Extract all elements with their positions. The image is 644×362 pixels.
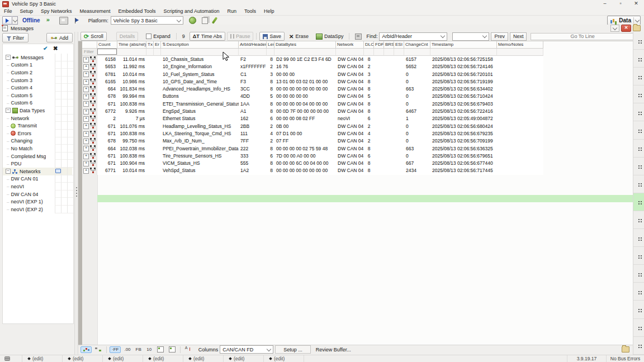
column-header-changecnt[interactable]: ChangeCnt [404, 41, 430, 49]
expand-row-icon[interactable]: + [83, 116, 89, 122]
table-row[interactable]: +671100.838 msLKA_Steering_Torque_Cmd_HS… [82, 130, 543, 137]
tree-cell[interactable] [67, 206, 73, 213]
table-row[interactable]: +67729.926 msEngSpd_StatusA1800 0D 7F 00… [82, 108, 543, 115]
panel-handle[interactable] [633, 121, 644, 139]
close-button[interactable]: ✕ [628, 0, 644, 8]
tree-cell[interactable] [55, 99, 61, 107]
panel-handle[interactable] [633, 50, 644, 68]
tree-cell[interactable] [61, 153, 67, 160]
erase-button[interactable]: ✕Erase [286, 32, 311, 40]
sort-toggle[interactable] [183, 346, 192, 353]
column-header-dlc[interactable]: DLC [364, 41, 374, 49]
tree-cell[interactable] [55, 130, 61, 137]
sidebar-item-data-types[interactable]: −Data Types [3, 107, 72, 115]
platform-dropdown[interactable]: Vehicle Spy 3 Basic [111, 16, 183, 25]
panel-handle[interactable] [633, 193, 644, 211]
sidebar-item-custom-3[interactable]: –Custom 3 [3, 77, 72, 84]
tree-cell[interactable] [61, 69, 67, 77]
column-header-tx[interactable]: Tx [146, 41, 154, 49]
tree-cell[interactable] [61, 77, 67, 84]
column-header-network[interactable]: Network [336, 41, 364, 49]
tree-cell[interactable] [61, 183, 67, 190]
column-header-len[interactable]: Len [267, 41, 274, 49]
column-header-timestamp[interactable]: Timestamp [430, 41, 497, 49]
column-header-esi[interactable]: ESI [394, 41, 404, 49]
time-abs-button[interactable]: ΔTTime Abs [190, 32, 225, 41]
details-button[interactable]: Details [116, 32, 139, 41]
sidebar-item-changing[interactable]: –Changing [3, 137, 72, 145]
find-field-dropdown[interactable]: ArbId/Header [379, 32, 447, 41]
save-button[interactable]: Save [259, 32, 285, 41]
expand-row-icon[interactable]: + [83, 131, 89, 137]
panel-handle[interactable] [633, 283, 644, 301]
menu-help[interactable]: Help [260, 8, 278, 15]
sidebar-item-custom-2[interactable]: –Custom 2 [3, 69, 72, 77]
status-edit-item[interactable]: (edit) [143, 355, 183, 362]
tree-cell[interactable] [61, 115, 67, 122]
expand-row-icon[interactable]: + [83, 109, 89, 115]
expand-row-icon[interactable]: + [83, 94, 89, 99]
add-button[interactable]: Add [46, 33, 73, 42]
next-button[interactable]: Next [510, 32, 527, 41]
column-header-fdf[interactable]: FDF [374, 41, 384, 49]
check-all-icon[interactable]: ✔ [43, 45, 48, 51]
table-row[interactable]: +664101.834 msAdvanced_Headlamps_Info_HS… [82, 85, 543, 93]
tree-cell[interactable] [67, 61, 73, 69]
tree-cell[interactable] [55, 92, 61, 99]
menu-tools[interactable]: Tools [240, 8, 260, 15]
sidebar-item-networks[interactable]: −Networks [3, 168, 72, 175]
tree-cell[interactable] [67, 84, 73, 92]
column-header-arbid[interactable]: ArbId/Header [239, 41, 267, 49]
status-edit-item[interactable]: (edit) [103, 355, 143, 362]
tree-cell[interactable] [67, 145, 73, 153]
expand-row-icon[interactable]: + [83, 123, 89, 129]
sidebar-item-dw-can-04[interactable]: –DW CAN 04 [3, 190, 72, 198]
pause-button[interactable]: Pause [227, 32, 254, 41]
panel-handle[interactable] [633, 158, 644, 175]
open-folder-icon[interactable] [633, 25, 641, 31]
tree-cell[interactable] [67, 198, 73, 206]
tree-cell[interactable] [55, 160, 61, 168]
format-toggle-00[interactable]: .00 [122, 346, 132, 353]
tree-cell[interactable] [61, 198, 67, 206]
tree-cell[interactable] [55, 137, 61, 145]
tree-cell[interactable] [67, 190, 73, 198]
sidebar-item-transmit[interactable]: –Transmit [3, 122, 72, 130]
sidebar-item-dw-can-01[interactable]: –DW CAN 01 [3, 175, 72, 183]
menu-scripting-and-automation[interactable]: Scripting and Automation [160, 8, 224, 15]
flag-icon[interactable] [74, 17, 82, 24]
expand-row-icon[interactable]: + [83, 101, 89, 107]
menu-spy-networks[interactable]: Spy Networks [37, 8, 76, 15]
uncheck-all-icon[interactable]: ✖ [53, 45, 58, 51]
table-row[interactable]: +67899.994 msButtons4DD500 00 00 00 00DW… [82, 93, 543, 100]
columns-dropdown[interactable]: CAN/CAN FD [220, 345, 273, 354]
tree-cell[interactable] [55, 175, 61, 183]
tree-cell[interactable] [55, 168, 61, 175]
tree-cell[interactable] [61, 61, 67, 69]
expand-row-icon[interactable]: + [83, 64, 89, 70]
table-row[interactable]: +664102.038 msPPEI_Powertrain_Immobilize… [82, 145, 543, 153]
tree-cell[interactable] [55, 107, 61, 115]
count-filter-input[interactable] [97, 49, 117, 55]
setup-button[interactable]: Setup ... [275, 345, 311, 354]
minimize-button[interactable]: – [597, 0, 613, 8]
table-row[interactable]: +67899.750 msMax_Arb_ID_Num_7FF207 FFDW … [82, 137, 543, 145]
panel-handle[interactable] [633, 103, 644, 121]
graph-view-toggle[interactable] [80, 346, 92, 353]
panel-handle[interactable] [633, 68, 644, 85]
column-header-er[interactable]: Er [154, 41, 161, 49]
tree-cell[interactable] [55, 122, 61, 130]
tree-cell[interactable] [61, 92, 67, 99]
tree-cell[interactable] [55, 84, 61, 92]
run-dropdown[interactable] [12, 16, 18, 25]
tree-cell[interactable] [67, 92, 73, 99]
panel-handle[interactable] [633, 140, 644, 158]
sidebar-item-neovi-exp-2[interactable]: –neoVI (EXP 2) [3, 206, 72, 213]
expand-row-icon[interactable]: + [83, 146, 89, 151]
find-icon-button[interactable] [352, 32, 364, 40]
expand-row-icon[interactable]: + [83, 57, 89, 63]
tree-cell[interactable] [55, 115, 61, 122]
scroll-button[interactable]: ⟳Scroll [80, 32, 107, 41]
collapse-icon[interactable]: − [6, 108, 11, 113]
sidebar-item-custom-1[interactable]: –Custom 1 [3, 61, 72, 69]
